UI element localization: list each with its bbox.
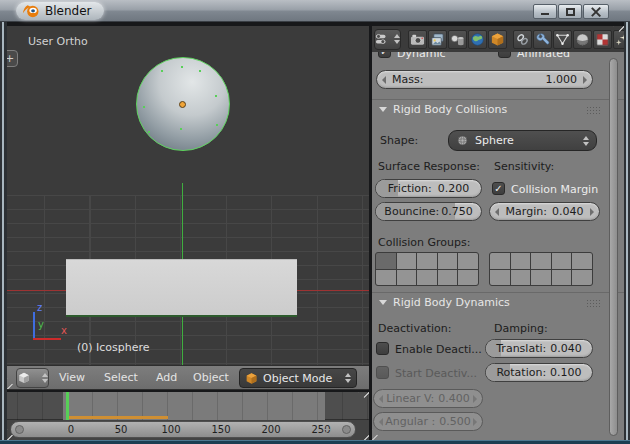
enable-deactivation-label: Enable Deacti... [395,343,482,356]
animated-checkbox[interactable] [498,52,511,58]
collision-margin-checkbox[interactable]: ✓ [492,182,505,195]
collapse-triangle-icon[interactable] [379,107,387,112]
mode-dropdown[interactable]: Object Mode [239,368,357,388]
collapse-triangle-icon[interactable] [379,300,387,305]
tab-texture[interactable] [593,30,612,49]
tab-object[interactable] [488,30,507,49]
enable-deactivation-checkbox[interactable] [376,342,389,355]
collision-group-cell[interactable] [417,253,437,269]
tab-object-data[interactable] [553,30,572,49]
tab-material[interactable] [573,30,592,49]
tab-physics[interactable] [613,30,624,49]
scrollbar-end-handle[interactable] [342,425,351,434]
tab-scene[interactable] [448,30,467,49]
collision-group-cell[interactable] [458,270,478,286]
timeline-scrollbar[interactable]: 0 50 100 150 200 250 [10,421,356,438]
friction-slider[interactable]: Friction: 0.200 [375,179,482,198]
3d-viewport[interactable]: User Ortho + z y x (0) Icosphere [7,26,369,365]
increment-icon[interactable] [583,76,587,84]
linear-velocity-field[interactable]: Linear V: 0.400 [373,389,483,408]
tab-render[interactable] [408,30,427,49]
editor-type-selector[interactable] [374,29,401,50]
mass-field[interactable]: Mass: 1.000 [376,70,593,89]
bounciness-label: Bouncine: [384,205,439,218]
start-deactivated-checkbox[interactable] [376,366,389,379]
tab-world[interactable] [468,30,487,49]
collision-group-cell[interactable] [531,253,551,269]
tab-render-layers[interactable] [428,30,447,49]
panel-header-rigid-body-dynamics[interactable]: Rigid Body Dynamics [372,292,624,312]
timeline-track[interactable] [7,392,369,420]
collision-group-cell[interactable] [376,270,396,286]
expand-region-button[interactable]: + [7,50,18,67]
angular-velocity-field[interactable]: Angular : 0.500 [373,412,483,431]
tab-constraints[interactable] [513,30,532,49]
active-object-info: (0) Icosphere [77,341,150,354]
collision-group-cell[interactable] [572,253,592,269]
collision-group-cell[interactable] [458,253,478,269]
collision-group-cell[interactable] [490,253,510,269]
collision-group-cell[interactable] [376,253,396,269]
friction-label: Friction: [388,182,432,195]
friction-value: 0.200 [438,182,470,195]
shape-dropdown[interactable]: Sphere [448,130,597,151]
collision-group-cell[interactable] [531,270,551,286]
timeline-grid-lines [7,392,369,420]
blender-logo-icon [22,4,40,19]
view-orientation-label: User Ortho [28,35,88,48]
titlebar[interactable]: Blender [0,0,630,22]
collision-group-cell[interactable] [490,270,510,286]
increment-icon[interactable] [590,208,594,216]
properties-header [372,26,624,52]
vertex-dot [143,106,145,108]
collision-group-cell[interactable] [438,270,458,286]
dynamic-checkbox[interactable]: ✓ [378,52,391,58]
frame-tick: 0 [56,424,86,435]
translation-damping-slider[interactable]: Translati: 0.040 [485,339,593,358]
translation-label: Translati: [496,342,546,355]
menu-view[interactable]: View [59,371,85,384]
panel-header-rigid-body-collisions[interactable]: Rigid Body Collisions [372,99,624,119]
panel-title: Rigid Body Dynamics [393,296,510,309]
collision-group-cell[interactable] [572,270,592,286]
collision-group-cell[interactable] [397,253,417,269]
editor-type-selector[interactable] [16,368,49,388]
collision-group-cell[interactable] [552,270,572,286]
collision-group-cell[interactable] [397,270,417,286]
scrollbar[interactable] [609,58,618,436]
shape-label: Shape: [380,134,418,147]
maximize-button[interactable] [558,4,582,19]
close-button[interactable] [583,4,609,19]
collision-group-cell[interactable] [417,270,437,286]
timeline-cache-bar [66,416,168,419]
vertex-dot [199,70,201,72]
timeline-editor[interactable]: 0 50 100 150 200 250 + [7,392,369,440]
minimize-button[interactable] [533,4,557,19]
collision-group-cell[interactable] [438,253,458,269]
menu-add[interactable]: Add [156,371,177,384]
current-frame-marker[interactable] [66,392,69,420]
panel-grip-icon[interactable] [586,106,602,114]
collision-group-cell[interactable] [511,253,531,269]
panel-grip-icon[interactable] [586,299,602,307]
collision-group-cell[interactable] [511,270,531,286]
selector-arrows-icon [42,373,48,383]
increment-icon [473,395,477,403]
increment-icon [473,418,477,426]
window-border-right [624,22,630,444]
timeline-add-button[interactable]: + [322,423,331,436]
menu-object[interactable]: Object [193,371,229,384]
dropdown-arrows-icon [583,136,589,146]
rotation-damping-slider[interactable]: Rotation: 0.100 [485,363,593,382]
margin-field[interactable]: Margin: 0.040 [489,202,600,221]
ground-plane-object[interactable] [66,259,297,317]
bounciness-slider[interactable]: Bouncine: 0.750 [375,202,482,221]
axis-z-label: z [37,302,42,313]
tab-modifiers[interactable] [533,30,552,49]
collision-group-cell[interactable] [552,253,572,269]
menu-select[interactable]: Select [104,371,138,384]
modifiers-icon [535,32,550,47]
scrollbar-end-handle[interactable] [15,425,24,434]
maximize-icon [566,8,575,16]
collision-groups-block-2 [489,252,593,286]
